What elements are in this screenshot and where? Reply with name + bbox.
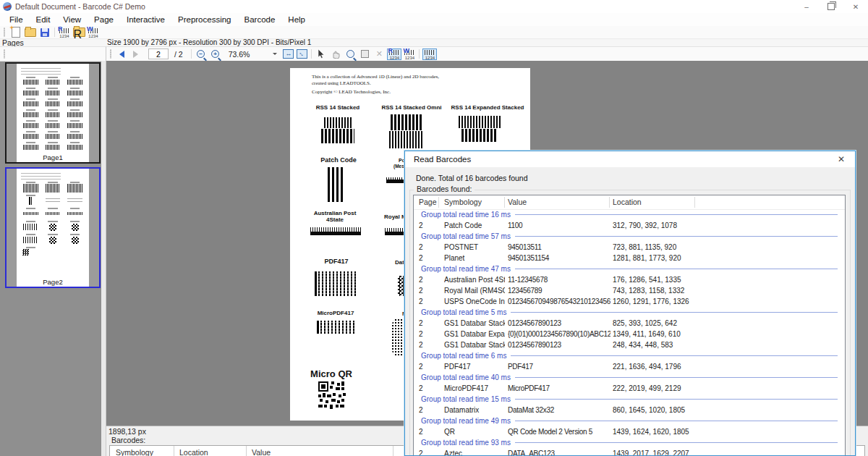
- view-toolbar-grip[interactable]: [109, 49, 112, 59]
- barcode-read-file-icon: R: [73, 28, 85, 37]
- fit-page-button[interactable]: ↔: [297, 49, 307, 59]
- cell-value: 123456789: [508, 285, 610, 296]
- cancel-tool-button[interactable]: ✕: [373, 48, 386, 60]
- table-row[interactable]: 2GS1 Databar Stacked01234567890123825, 3…: [414, 318, 845, 329]
- label-micropdf417: MicroPDF417: [299, 310, 372, 316]
- cell-symbology: Patch Code: [444, 220, 505, 231]
- bottom-col-symbology[interactable]: Symbology: [116, 448, 153, 456]
- read-barcodes-toolbar-button[interactable]: R1234: [387, 48, 401, 60]
- dialog-title-bar[interactable]: Read Barcodes ✕: [405, 151, 855, 167]
- read-barcodes-button[interactable]: R1234: [58, 27, 71, 38]
- table-row[interactable]: 2Australian Post 4State11-12345678176, 1…: [414, 274, 845, 285]
- dialog-close-button[interactable]: ✕: [838, 154, 845, 164]
- table-row[interactable]: 2PDF417PDF417221, 1636, 494, 1796: [414, 361, 845, 372]
- cell-value: 945013511: [508, 242, 610, 253]
- menu-item-view[interactable]: View: [56, 13, 88, 26]
- menu-item-barcode[interactable]: Barcode: [238, 13, 282, 26]
- menu-item-preprocessing[interactable]: Preprocessing: [171, 13, 238, 26]
- write-barcode-button[interactable]: W1234: [87, 27, 100, 38]
- page2-caption: Page2: [17, 278, 89, 286]
- zoom-dropdown-arrow-icon[interactable]: [273, 53, 277, 57]
- read-barcodes-file-button[interactable]: R: [72, 27, 85, 38]
- menu-item-interactive[interactable]: Interactive: [120, 13, 171, 26]
- cell-location: 743, 1283, 1158, 1332: [613, 285, 684, 296]
- save-button[interactable]: [38, 27, 51, 38]
- col-header-symbology[interactable]: Symbology: [444, 198, 482, 206]
- table-row[interactable]: 2Patch Code1100312, 790, 392, 1078: [414, 220, 845, 231]
- table-row[interactable]: 2MicroPDF417MicroPDF417222, 2019, 499, 2…: [414, 383, 845, 394]
- view-toolbar: / 2 − + 73.6% ↔ ↔ ✕ R1234: [106, 47, 868, 62]
- new-document-icon: [12, 27, 20, 38]
- col-header-location[interactable]: Location: [613, 198, 642, 206]
- cell-symbology: Australian Post 4State: [444, 274, 505, 285]
- new-document-button[interactable]: [9, 27, 22, 38]
- col-header-value[interactable]: Value: [508, 198, 527, 206]
- zoom-out-icon: −: [197, 50, 205, 58]
- window-title: Default Document - Barcode C# Demo: [15, 2, 145, 11]
- menu-item-edit[interactable]: Edit: [30, 13, 57, 26]
- group-row: Group total read time 57 ms: [414, 231, 845, 242]
- barcode-rss14-stacked-omni: [389, 114, 424, 148]
- menu-item-page[interactable]: Page: [88, 13, 120, 26]
- table-row[interactable]: 2GS1 Databar Stacked01234567890123248, 4…: [414, 339, 845, 350]
- doc-intro-line2: created using LEADTOOLS.: [312, 80, 371, 86]
- cell-value: DATA_ABC123: [508, 448, 610, 456]
- menu-item-file[interactable]: File: [3, 13, 30, 26]
- table-row[interactable]: 2Royal Mail (RM4SCC)123456789743, 1283, …: [414, 285, 845, 296]
- page1-grid: [20, 75, 86, 151]
- cell-value: {0}(01)0001234567890(10)ABC123: [508, 329, 610, 339]
- page1-thumbnail[interactable]: Page1: [5, 62, 101, 164]
- barcodes-found-list[interactable]: Page Symbology Value Location Group tota…: [413, 195, 846, 456]
- table-row[interactable]: 2QRQR Code Model 2 Version 51439, 1624, …: [414, 426, 845, 437]
- table-row[interactable]: 2Planet945013511541281, 881, 1773, 920: [414, 253, 845, 263]
- table-row[interactable]: 2DatamatrixDataMat 32x32860, 1645, 1020,…: [414, 405, 845, 415]
- group-row: Group total read time 40 ms: [414, 372, 845, 383]
- magnify-tool-button[interactable]: [344, 48, 357, 60]
- cell-value: DataMat 32x32: [508, 405, 610, 415]
- table-row[interactable]: 2POSTNET945013511723, 881, 1135, 920: [414, 242, 845, 253]
- page2-header-lines: [21, 171, 61, 180]
- col-header-page[interactable]: Page: [419, 198, 437, 206]
- close-button[interactable]: ✕: [843, 0, 868, 13]
- write-barcode-toolbar-button[interactable]: W1234: [403, 48, 416, 60]
- cell-value: QR Code Model 2 Version 5: [508, 426, 610, 437]
- cell-symbology: QR: [444, 426, 505, 437]
- table-row[interactable]: 2USPS OneCode Intell...01234567094987654…: [414, 296, 845, 307]
- barcode-icon: 1234: [423, 48, 436, 60]
- cell-page: 2: [419, 274, 423, 285]
- zoom-out-button[interactable]: −: [195, 48, 208, 60]
- pan-tool-button[interactable]: [329, 48, 342, 60]
- barcode-write-icon: W1234: [87, 27, 100, 38]
- pages-toolstrip-grip[interactable]: [3, 49, 6, 59]
- cell-location: 1349, 411, 1649, 610: [613, 329, 681, 339]
- page1-header-lines: [21, 66, 61, 75]
- cursor-position-status: 1898,13 px: [109, 427, 146, 436]
- bottom-col-value[interactable]: Value: [252, 448, 271, 456]
- label-pdf417: PDF417: [300, 258, 373, 265]
- barcode-micro-qr: [318, 381, 346, 409]
- menu-item-help[interactable]: Help: [281, 13, 312, 26]
- barcode-mode-button[interactable]: 1234: [422, 48, 437, 60]
- open-document-button[interactable]: [24, 27, 37, 38]
- zoom-level-combobox[interactable]: 73.6%: [229, 50, 250, 59]
- minimize-button[interactable]: –: [794, 0, 819, 13]
- cell-symbology: GS1 Databar Stacked: [444, 339, 505, 350]
- table-row[interactable]: 2AztecDATA_ABC1231439, 2017, 1629, 2207: [414, 448, 845, 456]
- zoom-in-icon: +: [211, 50, 219, 58]
- restore-button[interactable]: [819, 0, 843, 13]
- zoom-in-button[interactable]: +: [209, 48, 222, 60]
- title-bar: Default Document - Barcode C# Demo – ✕: [0, 0, 868, 13]
- fit-width-button[interactable]: ↔: [283, 49, 294, 59]
- page-total-label: / 2: [174, 50, 183, 59]
- table-row[interactable]: 2GS1 Databar Expand...{0}(01)00012345678…: [414, 329, 845, 339]
- toolbar-grip[interactable]: [3, 28, 6, 37]
- page2-thumbnail[interactable]: Page2: [5, 167, 101, 288]
- previous-page-button[interactable]: [119, 51, 124, 58]
- page-number-input[interactable]: [148, 48, 169, 59]
- zoom-rect-tool-button[interactable]: [358, 48, 371, 60]
- pointer-tool-button[interactable]: [315, 48, 328, 60]
- bottom-col-location[interactable]: Location: [179, 448, 208, 456]
- cell-location: 248, 434, 448, 583: [613, 339, 673, 350]
- dialog-status-text: Done. Total of 16 barcodes found: [416, 174, 528, 182]
- next-page-button[interactable]: [133, 51, 138, 58]
